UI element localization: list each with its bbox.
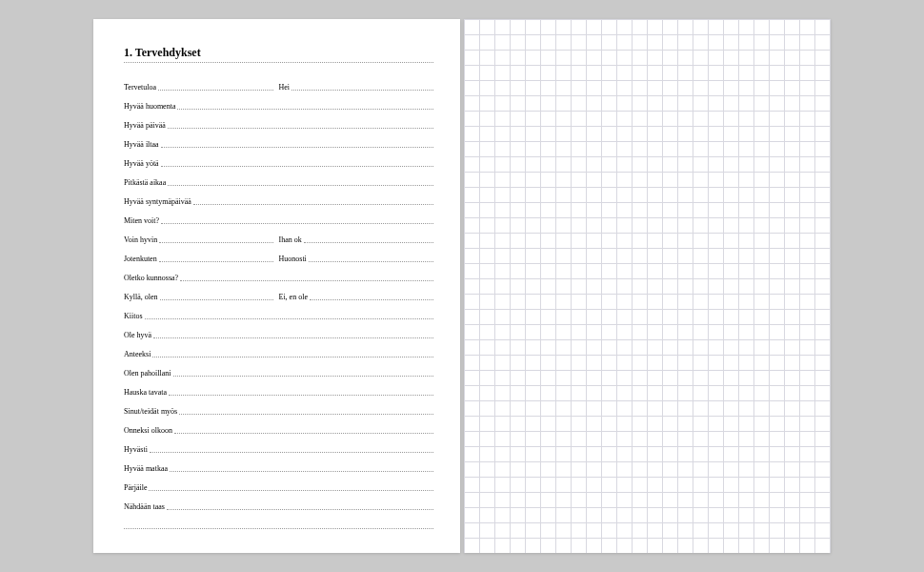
term: Hyvää päivää bbox=[124, 121, 168, 131]
term: Jotenkuten bbox=[124, 255, 159, 264]
term: Miten voit? bbox=[124, 216, 161, 226]
vocab-row: Anteeksi bbox=[124, 341, 433, 359]
term: Hyvää matkaa bbox=[124, 464, 170, 474]
vocab-row: Hyvää syntymäpäivää bbox=[124, 189, 433, 207]
term: Pitkästä aikaa bbox=[124, 178, 168, 188]
fill-line bbox=[180, 280, 433, 281]
fill-line bbox=[159, 242, 272, 243]
fill-line bbox=[149, 490, 433, 491]
vocab-row: JotenkutenHuonosti bbox=[124, 246, 433, 264]
fill-line bbox=[291, 90, 433, 91]
vocab-row bbox=[124, 513, 433, 531]
term: Nähdään taas bbox=[124, 502, 167, 512]
vocab-row: TervetuloaHei bbox=[124, 74, 433, 92]
vocab-row: Voin hyvinIhan ok bbox=[124, 227, 433, 245]
term: Hyvästi bbox=[124, 445, 150, 455]
vocab-row: Pärjäile bbox=[124, 475, 433, 493]
left-page: 1. Tervehdykset TervetuloaHeiHyvää huome… bbox=[93, 19, 460, 553]
section-title: 1. Tervehdykset bbox=[124, 46, 433, 60]
fill-line bbox=[168, 185, 433, 186]
term: Hyvää huomenta bbox=[124, 102, 177, 112]
fill-line bbox=[168, 128, 433, 129]
term: Hauska tavata bbox=[124, 388, 169, 398]
vocab-row: Olen pahoillani bbox=[124, 360, 433, 378]
term: Hyvää iltaa bbox=[124, 140, 161, 150]
fill-line bbox=[161, 223, 433, 224]
term: Kyllä, olen bbox=[124, 293, 160, 302]
fill-line bbox=[310, 299, 433, 300]
fill-line bbox=[309, 261, 433, 262]
fill-line bbox=[304, 242, 433, 243]
fill-line bbox=[124, 528, 433, 529]
fill-line bbox=[161, 166, 433, 167]
vocab-row: Hyvästi bbox=[124, 437, 433, 455]
term: Ihan ok bbox=[279, 235, 304, 245]
vocab-row: Sinut/teidät myös bbox=[124, 398, 433, 417]
term: Huonosti bbox=[279, 255, 309, 264]
term: Pärjäile bbox=[124, 483, 149, 493]
vocab-row: Ole hyvä bbox=[124, 322, 433, 340]
term: Kiitos bbox=[124, 312, 145, 321]
page-spread: 1. Tervehdykset TervetuloaHeiHyvää huome… bbox=[93, 19, 831, 553]
fill-line bbox=[159, 261, 273, 262]
vocab-row: Hauska tavata bbox=[124, 379, 433, 398]
right-page-grid bbox=[464, 19, 831, 553]
vocab-row: Pitkästä aikaa bbox=[124, 170, 433, 188]
term: Oletko kunnossa? bbox=[124, 274, 180, 283]
fill-line bbox=[145, 318, 433, 319]
term: Anteeksi bbox=[124, 350, 152, 359]
term: Hyvää yötä bbox=[124, 159, 161, 169]
vocab-row: Miten voit? bbox=[124, 208, 433, 226]
term: Ole hyvä bbox=[124, 331, 153, 340]
vocab-row: Kyllä, olenEi, en ole bbox=[124, 284, 433, 302]
vocab-row: Kiitos bbox=[124, 303, 433, 321]
fill-line bbox=[160, 299, 273, 300]
fill-line bbox=[174, 433, 433, 434]
term: Olen pahoillani bbox=[124, 369, 173, 378]
fill-line bbox=[152, 357, 433, 358]
fill-line bbox=[179, 414, 433, 415]
vocabulary-list: TervetuloaHeiHyvää huomentaHyvää päivääH… bbox=[124, 74, 433, 531]
title-rule bbox=[124, 62, 433, 63]
vocab-row: Hyvää iltaa bbox=[124, 132, 433, 150]
term: Tervetuloa bbox=[124, 83, 158, 92]
term: Onneksi olkoon bbox=[124, 426, 174, 436]
fill-line bbox=[169, 395, 433, 396]
term: Ei, en ole bbox=[279, 293, 310, 302]
vocab-row: Hyvää päivää bbox=[124, 112, 433, 131]
fill-line bbox=[167, 509, 433, 510]
fill-line bbox=[158, 90, 272, 91]
fill-line bbox=[161, 147, 433, 148]
term: Sinut/teidät myös bbox=[124, 407, 179, 417]
term: Hei bbox=[279, 83, 292, 92]
fill-line bbox=[153, 337, 433, 338]
fill-line bbox=[177, 109, 433, 110]
vocab-row: Oletko kunnossa? bbox=[124, 265, 433, 283]
fill-line bbox=[173, 376, 433, 377]
fill-line bbox=[193, 204, 433, 205]
vocab-row: Hyvää matkaa bbox=[124, 456, 433, 474]
vocab-row: Nähdään taas bbox=[124, 494, 433, 512]
vocab-row: Hyvää yötä bbox=[124, 151, 433, 169]
fill-line bbox=[150, 452, 433, 453]
vocab-row: Hyvää huomenta bbox=[124, 93, 433, 112]
term: Hyvää syntymäpäivää bbox=[124, 197, 193, 207]
term: Voin hyvin bbox=[124, 235, 159, 245]
vocab-row: Onneksi olkoon bbox=[124, 418, 433, 436]
fill-line bbox=[170, 471, 433, 472]
